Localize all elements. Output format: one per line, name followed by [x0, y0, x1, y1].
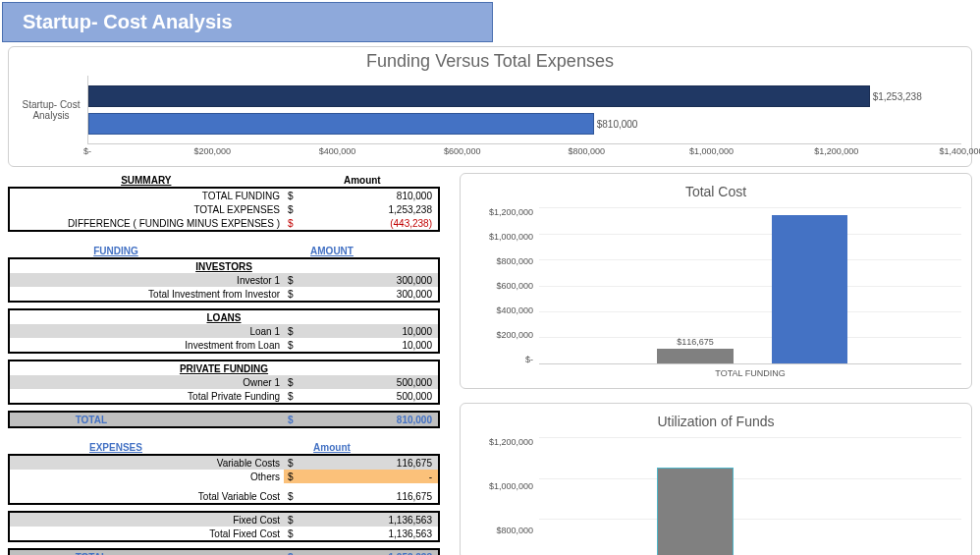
summary-table: TOTAL FUNDING $ 810,000 TOTAL EXPENSES $… [8, 187, 440, 232]
loans-table: LOANS Loan 1$10,000 Investment from Loan… [8, 308, 440, 354]
funding-vs-expenses-chart: Funding Versus Total Expenses Startup- C… [8, 46, 972, 167]
amount-header: Amount [285, 173, 440, 187]
variable-costs-table: Variable Costs$116,675 Others$- Total Va… [8, 454, 440, 505]
x-tick: $200,000 [193, 146, 231, 156]
funding-total-row: TOTAL$810,000 [8, 411, 440, 428]
y-axis: $1,200,000 $1,000,000 $800,000 $600,000 … [470, 207, 539, 364]
expenses-total-row: TOTAL$1,253,238 [8, 548, 440, 555]
bar-funding: $810,000 [88, 113, 594, 135]
y-tick: $400,000 [470, 305, 533, 315]
data-label: $1,253,238 [873, 91, 922, 102]
data-label: $116,675 [677, 337, 714, 347]
y-tick: $1,200,000 [470, 437, 533, 447]
y-tick: $1,000,000 [470, 481, 533, 491]
bar-variable-cost: $116,675 [657, 349, 733, 363]
bar-fixed-cost [772, 215, 847, 363]
section-title: INVESTORS [10, 259, 438, 273]
x-axis-label: TOTAL FUNDING [539, 368, 961, 378]
x-tick: $- [83, 146, 91, 156]
x-tick: $1,400,000 [939, 146, 980, 156]
summary-header: SUMMARY [8, 173, 285, 187]
page-title: Startup- Cost Analysis [2, 2, 493, 42]
section-title: PRIVATE FUNDING [10, 361, 438, 375]
y-tick: $200,000 [470, 330, 533, 340]
table-row: Others$- [10, 470, 438, 483]
chart-title: Utilization of Funds [470, 414, 961, 429]
table-row: TOTAL EXPENSES $ 1,253,238 [10, 202, 438, 216]
x-tick: $1,200,000 [814, 146, 858, 156]
data-label: $810,000 [597, 119, 638, 130]
investors-table: INVESTORS Investor 1$300,000 Total Inves… [8, 257, 440, 303]
table-row: Total Variable Cost$116,675 [10, 489, 438, 503]
total-cost-chart: Total Cost $1,200,000 $1,000,000 $800,00… [460, 173, 972, 389]
chart-plot-area: $1,253,238 $810,000 [87, 76, 961, 144]
y-tick: $800,000 [470, 526, 533, 535]
funding-header: FUNDING [8, 238, 224, 257]
section-title: LOANS [10, 310, 438, 324]
right-column: Total Cost $1,200,000 $1,000,000 $800,00… [460, 173, 972, 555]
chart-y-category: Startup- Cost Analysis [19, 76, 87, 144]
y-tick: $1,200,000 [470, 207, 533, 217]
utilization-chart: Utilization of Funds $1,200,000 $1,000,0… [460, 403, 972, 555]
y-tick: $1,000,000 [470, 232, 533, 242]
table-row: Owner 1$500,000 [10, 375, 438, 389]
bar-expenses: $1,253,238 [88, 85, 870, 107]
table-row: Fixed Cost$1,136,563 [10, 513, 438, 527]
table-row: Total Investment from Investor$300,000 [10, 287, 438, 301]
x-tick: $1,000,000 [689, 146, 734, 156]
fixed-costs-table: Fixed Cost$1,136,563 Total Fixed Cost$1,… [8, 511, 440, 542]
chart-title: Funding Versus Total Expenses [19, 51, 961, 72]
table-row: TOTAL FUNDING $ 810,000 [10, 189, 438, 202]
expenses-header: EXPENSES [8, 434, 224, 454]
table-row: DIFFERENCE ( FUNDING MINUS EXPENSES ) $ … [10, 216, 438, 230]
table-row: Loan 1$10,000 [10, 324, 438, 338]
x-tick: $800,000 [568, 146, 605, 156]
private-funding-table: PRIVATE FUNDING Owner 1$500,000 Total Pr… [8, 360, 440, 405]
table-row: Total Fixed Cost$1,136,563 [10, 527, 438, 540]
y-axis: $1,200,000 $1,000,000 $800,000 $600,000 [470, 437, 539, 555]
table-row: Investor 1$300,000 [10, 273, 438, 287]
y-tick: $800,000 [470, 256, 533, 266]
x-tick: $600,000 [444, 146, 481, 156]
table-row: Variable Costs$116,675 [10, 456, 438, 470]
amount-header: Amount [224, 434, 440, 454]
chart-title: Total Cost [470, 184, 961, 199]
left-column: SUMMARY Amount TOTAL FUNDING $ 810,000 T… [8, 173, 440, 555]
amount-header: AMOUNT [224, 238, 440, 257]
table-row: Investment from Loan$10,000 [10, 338, 438, 352]
x-tick: $400,000 [319, 146, 356, 156]
y-tick: $- [470, 355, 533, 364]
y-tick: $600,000 [470, 281, 533, 291]
table-row: Total Private Funding$500,000 [10, 389, 438, 403]
bar-util-a [657, 468, 733, 555]
